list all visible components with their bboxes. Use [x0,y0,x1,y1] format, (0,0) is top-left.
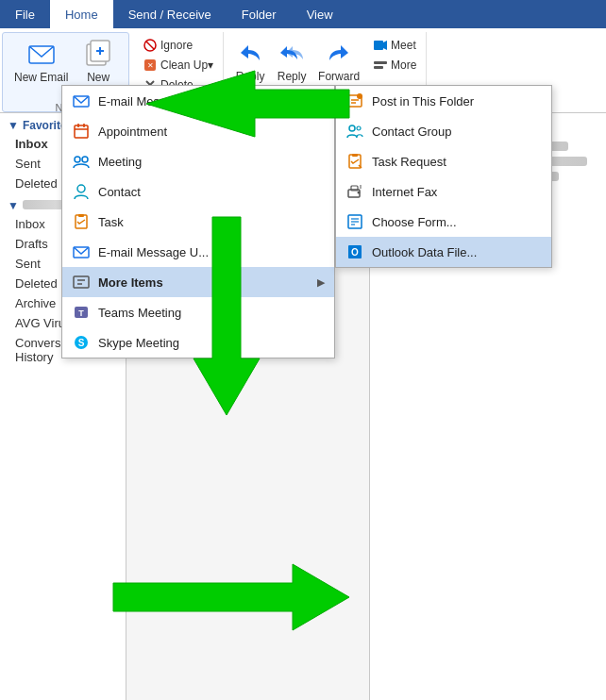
svg-rect-16 [75,125,88,138]
svg-point-21 [82,157,88,162]
ignore-button[interactable]: Ignore [139,36,217,55]
dropdown-item-teams[interactable]: T Teams Meeting [62,297,334,327]
respond-small-btns: Meet More [369,36,420,75]
task-icon [72,212,91,231]
drafts-label: Drafts [15,237,48,251]
svg-point-36 [357,93,362,99]
svg-point-38 [357,126,361,130]
svg-rect-24 [78,214,84,217]
ignore-icon [143,38,158,53]
deleted-label: Deleted [15,176,58,191]
post-icon [345,92,364,110]
svg-point-43 [358,192,361,194]
reply-icon [235,38,265,68]
dropdown-item-task[interactable]: Task [62,207,334,237]
sub-item-post[interactable]: Post in This Folder [336,86,551,116]
dropdown-item-email-using[interactable]: E-mail Message U... [62,237,334,267]
ignore-label: Ignore [160,39,193,52]
more-respond-button[interactable]: More [369,56,420,75]
meet-button[interactable]: Meet [369,36,420,55]
cleanup-icon: ✕ [143,58,158,73]
tab-view[interactable]: View [292,0,348,28]
appointment-icon [72,122,91,141]
svg-line-6 [146,42,154,49]
email-using-label: E-mail Message U... [98,245,209,259]
email-message-icon [72,92,91,110]
choose-form-icon [345,212,364,231]
reply-button[interactable]: Reply [229,36,271,85]
more-respond-icon [373,58,388,73]
email-using-icon [72,242,91,261]
dropdown-item-appointment[interactable]: Appointment [62,116,334,146]
svg-text:O: O [351,247,359,258]
contact-group-icon [345,122,364,141]
svg-point-22 [77,185,85,192]
more-items-subdropdown: Post in This Folder Contact Group Task R… [335,85,552,268]
new-email-button[interactable]: New Email [8,37,74,86]
sent-label: Sent [15,157,41,171]
choose-form-label: Choose Form... [372,215,457,229]
svg-text:✕: ✕ [147,61,154,70]
ribbon-tabs: File Home Send / Receive Folder View [0,0,606,28]
svg-rect-26 [74,276,89,288]
sub-item-task-request[interactable]: Task Request [336,146,551,176]
post-label: Post in This Folder [372,94,474,108]
outlook-data-file-icon: O [345,242,364,261]
contact-group-label: Contact Group [372,125,452,139]
task-label: Task [98,215,124,229]
tab-file[interactable]: File [0,0,50,28]
new-items-icon [83,39,113,69]
svg-rect-40 [352,154,358,157]
email-message-label: E-mail Message [98,94,186,108]
dropdown-item-contact[interactable]: Contact [62,176,334,207]
svg-rect-13 [374,61,387,64]
task-request-label: Task Request [372,155,446,169]
sub-item-outlook-data-file[interactable]: O Outlook Data File... [336,237,551,267]
forward-label: Forward [318,70,360,83]
fax-icon [345,182,364,201]
svg-text:T: T [78,308,84,318]
svg-point-20 [75,157,80,162]
svg-marker-12 [383,41,387,50]
meet-label: Meet [391,39,416,52]
sub-item-contact-group[interactable]: Contact Group [336,116,551,146]
svg-rect-11 [374,41,383,50]
outlook-data-file-label: Outlook Data File... [372,245,477,259]
dropdown-item-email-message[interactable]: E-mail Message [62,86,334,116]
contact-icon [72,182,91,201]
dropdown-item-more-items[interactable]: More Items ▶ [62,267,334,297]
appointment-label: Appointment [98,125,167,139]
dropdown-item-meeting[interactable]: Meeting [62,146,334,176]
meet-icon [373,38,388,53]
tab-home[interactable]: Home [50,0,113,28]
teams-label: Teams Meeting [98,306,181,320]
cleanup-button[interactable]: ✕ Clean Up▾ [139,56,217,75]
skype-icon: S [72,333,91,352]
inbox2-label: Inbox [15,217,45,231]
svg-point-37 [349,125,355,131]
tab-folder[interactable]: Folder [227,0,292,28]
tab-send-receive[interactable]: Send / Receive [113,0,227,28]
new-email-label: New Email [14,71,68,84]
forward-button[interactable]: Forward [312,36,365,85]
svg-text:S: S [78,338,85,348]
sent2-label: Sent [15,257,41,271]
dropdown-item-skype[interactable]: S Skype Meeting [62,327,334,358]
more-items-icon [72,273,91,292]
fax-label: Internet Fax [372,185,437,199]
contact-label: Contact [98,185,141,199]
forward-icon [324,38,354,68]
sub-item-internet-fax[interactable]: Internet Fax [336,176,551,207]
more-items-arrow: ▶ [317,276,325,289]
more-respond-label: More [391,58,416,72]
more-items-label: More Items [98,275,163,290]
new-email-icon [26,39,57,69]
sub-item-choose-form[interactable]: Choose Form... [336,207,551,237]
teams-icon: T [72,303,91,322]
task-request-icon [345,152,364,171]
reply-all-icon [277,38,307,68]
inbox-label: Inbox [15,137,48,151]
archive-label: Archive [15,296,56,310]
skype-label: Skype Meeting [98,336,179,350]
meeting-label: Meeting [98,155,142,169]
